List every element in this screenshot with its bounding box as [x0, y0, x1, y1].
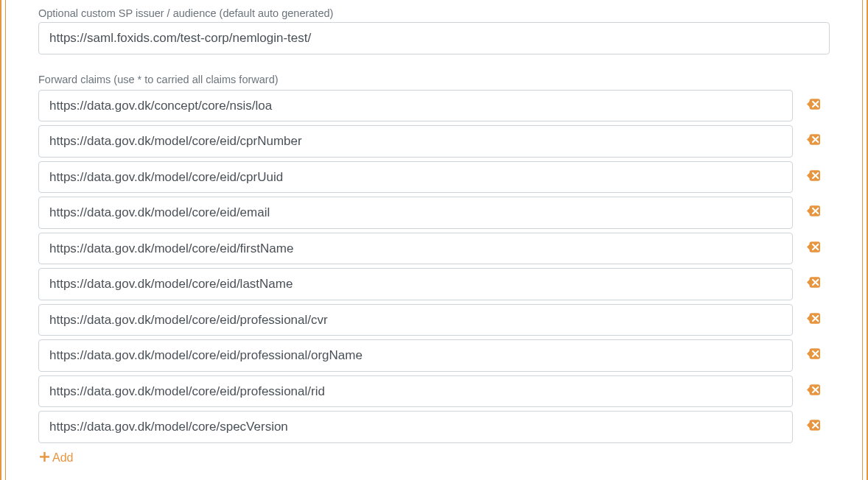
claim-input[interactable] [38, 161, 793, 194]
claim-input[interactable] [38, 233, 793, 265]
delete-claim-button[interactable] [805, 168, 822, 186]
claim-input[interactable] [38, 268, 793, 300]
delete-claim-button[interactable] [805, 133, 822, 150]
delete-icon [807, 99, 820, 113]
claim-row [38, 161, 830, 194]
plus-icon [40, 451, 49, 465]
delete-claim-button[interactable] [805, 347, 822, 364]
add-claim-button[interactable]: Add [40, 451, 73, 465]
claim-row [38, 233, 830, 265]
delete-icon [807, 170, 820, 184]
add-claim-label: Add [52, 451, 73, 465]
delete-claim-button[interactable] [805, 418, 822, 436]
delete-claim-button[interactable] [805, 204, 822, 222]
delete-icon [807, 313, 820, 327]
svg-rect-11 [40, 456, 49, 457]
claims-list [38, 90, 830, 443]
delete-icon [807, 241, 820, 255]
delete-claim-button[interactable] [805, 275, 822, 293]
claim-row [38, 125, 830, 158]
claim-row [38, 197, 830, 229]
claim-row [38, 411, 830, 443]
claim-row [38, 339, 830, 372]
delete-claim-button[interactable] [805, 311, 822, 328]
forward-claims-section: Forward claims (use * to carried all cla… [38, 74, 830, 465]
forward-claims-label: Forward claims (use * to carried all cla… [38, 74, 830, 85]
sp-issuer-label: Optional custom SP issuer / audience (de… [38, 7, 830, 19]
delete-claim-button[interactable] [805, 382, 822, 400]
claim-input[interactable] [38, 90, 793, 122]
claim-input[interactable] [38, 304, 793, 336]
claim-row [38, 304, 830, 336]
claim-row [38, 375, 830, 408]
claim-row [38, 268, 830, 300]
sp-issuer-input[interactable] [38, 22, 830, 54]
delete-claim-button[interactable] [805, 96, 822, 114]
delete-icon [807, 420, 820, 434]
sp-issuer-group: Optional custom SP issuer / audience (de… [38, 7, 830, 54]
claim-input[interactable] [38, 411, 793, 443]
delete-icon [807, 134, 820, 148]
claim-row [38, 90, 830, 122]
delete-icon [807, 205, 820, 219]
delete-icon [807, 384, 820, 398]
delete-claim-button[interactable] [805, 239, 822, 257]
claim-input[interactable] [38, 125, 793, 158]
claim-input[interactable] [38, 375, 793, 408]
claim-input[interactable] [38, 197, 793, 229]
delete-icon [807, 348, 820, 362]
claim-input[interactable] [38, 339, 793, 372]
delete-icon [807, 277, 820, 291]
